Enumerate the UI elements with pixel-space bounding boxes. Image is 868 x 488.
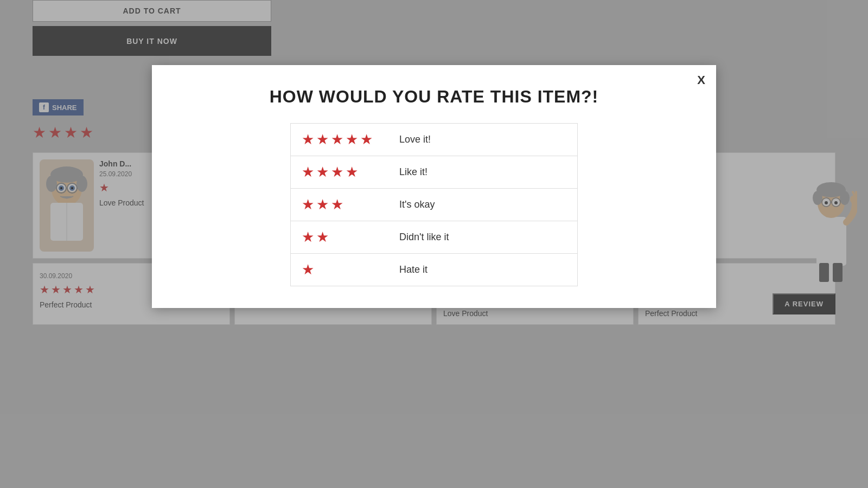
rating-label-love-it: Love it! <box>399 134 431 145</box>
star-1: ★ <box>302 131 314 148</box>
rating-label-okay: It's okay <box>399 199 435 210</box>
star-3: ★ <box>331 164 343 181</box>
star-3: ★ <box>331 196 343 213</box>
star-4: ★ <box>346 131 358 148</box>
modal-title: HOW WOULD YOU RATE THIS ITEM?! <box>179 87 689 107</box>
star-2: ★ <box>316 131 329 148</box>
star-3: ★ <box>331 131 343 148</box>
rating-label-like-it: Like it! <box>399 166 427 178</box>
star-1: ★ <box>302 196 314 213</box>
rating-option-love-it[interactable]: ★ ★ ★ ★ ★ Love it! <box>291 124 577 156</box>
star-2: ★ <box>316 229 329 246</box>
star-2: ★ <box>316 196 329 213</box>
modal-overlay: X HOW WOULD YOU RATE THIS ITEM?! ★ ★ ★ ★… <box>0 0 868 488</box>
modal-close-button[interactable]: X <box>697 73 705 87</box>
star-1: ★ <box>302 164 314 181</box>
rating-option-like-it[interactable]: ★ ★ ★ ★ Like it! <box>291 156 577 189</box>
rating-stars-3: ★ ★ ★ <box>302 196 388 213</box>
rating-options-list: ★ ★ ★ ★ ★ Love it! ★ ★ ★ ★ Like it! <box>290 123 578 286</box>
rating-option-didnt-like[interactable]: ★ ★ Didn't like it <box>291 221 577 254</box>
rating-label-hate-it: Hate it <box>399 264 427 275</box>
rating-modal: X HOW WOULD YOU RATE THIS ITEM?! ★ ★ ★ ★… <box>152 65 716 308</box>
rating-option-hate-it[interactable]: ★ Hate it <box>291 254 577 286</box>
rating-option-okay[interactable]: ★ ★ ★ It's okay <box>291 189 577 221</box>
rating-stars-2: ★ ★ <box>302 229 388 246</box>
rating-stars-1: ★ <box>302 261 388 278</box>
rating-label-didnt-like: Didn't like it <box>399 232 449 243</box>
rating-stars-5: ★ ★ ★ ★ ★ <box>302 131 388 148</box>
star-5: ★ <box>360 131 373 148</box>
star-1: ★ <box>302 261 314 278</box>
star-4: ★ <box>346 164 358 181</box>
star-2: ★ <box>316 164 329 181</box>
star-1: ★ <box>302 229 314 246</box>
rating-stars-4: ★ ★ ★ ★ <box>302 164 388 181</box>
